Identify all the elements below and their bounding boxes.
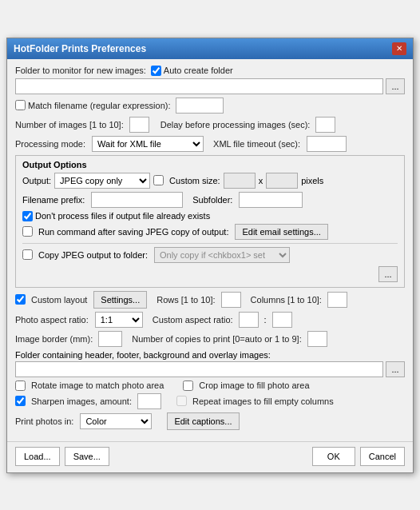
dialog-title: HotFolder Prints Preferences [14,43,146,54]
save-button[interactable]: Save... [65,447,109,466]
overlay-browse-button[interactable]: ... [386,361,405,377]
columns-label: Columns [1 to 10]: [251,295,322,305]
ok-button[interactable]: OK [312,447,355,466]
overlay-folder-row: C:\Users\Chris\Documents\PhotoboothImage… [15,361,405,377]
subfolder-label: Subfolder: [192,195,232,205]
columns-input[interactable]: 1 [327,292,347,308]
settings-button[interactable]: Settings... [93,291,147,309]
match-filename-input[interactable]: .* [176,98,224,114]
num-copies-label: Number of copies to print [0=auto or 1 t… [132,334,301,344]
overlay-folder-label: Folder containing header, footer, backgr… [15,350,271,360]
custom-size-w-input[interactable]: 900 [224,173,256,189]
rows-input[interactable]: 2 [221,292,241,308]
custom-size-checkbox[interactable] [153,175,164,185]
aspect-colon: : [264,315,267,325]
subfolder-input[interactable]: prints [239,192,303,208]
edit-captions-button[interactable]: Edit captions... [167,412,239,430]
cancel-button[interactable]: Cancel [360,447,405,466]
rotate-label: Rotate image to match photo area [31,381,164,390]
x-separator: x [259,176,263,185]
output-options-group: Output Options Output: JPEG copy only Pr… [15,155,405,288]
sharpen-input[interactable]: 75 [137,393,161,409]
filename-prefix-input[interactable]: %d_%t_{user_id} [91,192,183,208]
match-filename-checkbox[interactable] [15,100,26,110]
overlay-folder-input[interactable]: C:\Users\Chris\Documents\PhotoboothImage… [15,361,383,377]
dialog: HotFolder Prints Preferences ✕ Folder to… [6,38,414,473]
dont-process-checkbox[interactable] [22,211,33,221]
sharpen-label: Sharpen images, amount: [31,396,132,406]
print-photos-label: Print photos in: [15,416,73,426]
bottom-buttons: Load... Save... OK Cancel [7,441,413,472]
photo-aspect-label: Photo aspect ratio: [15,315,89,325]
main-content: Folder to monitor for new images: Auto c… [7,59,413,441]
num-copies-input[interactable]: 1 [307,331,327,347]
processing-mode-label: Processing mode: [15,139,85,149]
output-select-row: Output: JPEG copy only Print Both Custom… [22,173,398,189]
run-command-label: Run command after saving JPEG copy of ou… [38,227,228,237]
folder-path-row: C:\Instagram\pbxlv ... [15,78,405,94]
copy-jpeg-browse-button[interactable]: ... [378,266,398,282]
xml-timeout-input[interactable]: 10000 [307,136,347,152]
print-photos-row: Print photos in: Color Grayscale Edit ca… [15,412,405,430]
output-select[interactable]: JPEG copy only Print Both [54,173,150,189]
dont-process-row: Don't process files if output file alrea… [22,211,398,221]
edit-email-button[interactable]: Edit email settings... [235,224,327,240]
folder-browse-button[interactable]: ... [386,78,405,94]
sharpen-repeat-row: Sharpen images, amount: 75 Repeat images… [15,393,405,409]
custom-aspect-h-input[interactable]: 4 [272,312,292,328]
match-filename-row: Match filename (regular expression): .* [15,98,405,114]
titlebar: HotFolder Prints Preferences ✕ [7,38,413,59]
folder-monitor-label: Folder to monitor for new images: [15,66,146,75]
folder-monitor-row: Folder to monitor for new images: Auto c… [15,66,405,76]
num-images-label: Number of images [1 to 10]: [15,120,124,129]
overlay-folder-label-row: Folder containing header, footer, backgr… [15,350,405,360]
bottom-right-buttons: OK Cancel [312,447,405,466]
separator1 [22,243,398,244]
delay-input[interactable]: 2 [315,117,335,133]
sharpen-checkbox[interactable] [15,396,26,406]
repeat-label: Repeat images to fill empty columns [192,396,334,406]
bottom-left-buttons: Load... Save... [15,447,109,466]
auto-create-label: Auto create folder [164,66,233,75]
copy-jpeg-checkbox[interactable] [22,249,33,260]
run-command-checkbox[interactable] [22,226,33,237]
custom-aspect-label: Custom aspect ratio: [153,315,233,325]
output-label: Output: [22,176,51,185]
num-delay-row: Number of images [1 to 10]: 2 Delay befo… [15,117,405,133]
crop-checkbox[interactable] [183,381,193,391]
num-images-input[interactable]: 2 [129,117,149,133]
image-border-input[interactable]: 1 [98,331,122,347]
rotate-checkbox[interactable] [15,381,26,391]
match-filename-label: Match filename (regular expression): [28,101,171,110]
custom-layout-row: Custom layout Settings... Rows [1 to 10]… [15,291,405,309]
delay-label: Delay before processing images (sec): [160,120,311,129]
processing-mode-row: Processing mode: Wait for XML file Immed… [15,136,405,152]
custom-size-h-input[interactable]: 900 [266,173,298,189]
custom-layout-checkbox[interactable] [15,294,26,305]
copy-jpeg-select[interactable]: Only copy if <chkbox1> set [154,247,290,263]
repeat-checkbox[interactable] [176,396,187,406]
close-button[interactable]: ✕ [392,42,406,55]
run-command-row: Run command after saving JPEG copy of ou… [22,224,398,240]
custom-size-label: Custom size: [169,176,220,185]
crop-label: Crop image to fill photo area [199,381,309,390]
pixels-label: pixels [301,176,323,185]
aspect-ratio-row: Photo aspect ratio: 1:1 4:3 3:2 16:9 Cus… [15,312,405,328]
processing-mode-select[interactable]: Wait for XML file Immediate Watch folder [92,136,204,152]
filename-prefix-label: Filename prefix: [22,195,85,205]
filename-subfolder-row: Filename prefix: %d_%t_{user_id} Subfold… [22,192,398,208]
copy-jpeg-row: Copy JPEG output to folder: Only copy if… [22,247,398,263]
custom-aspect-w-input[interactable]: 5 [239,312,259,328]
folder-path-input[interactable]: C:\Instagram\pbxlv [15,78,383,94]
dont-process-label: Don't process files if output file alrea… [35,211,210,221]
photo-aspect-select[interactable]: 1:1 4:3 3:2 16:9 [95,312,143,328]
copy-jpeg-label: Copy JPEG output to folder: [38,250,148,260]
output-options-title: Output Options [22,160,398,169]
rotate-crop-row: Rotate image to match photo area Crop im… [15,381,405,391]
xml-timeout-label: XML file timeout (sec): [213,139,300,149]
print-photos-select[interactable]: Color Grayscale [80,413,152,429]
border-copies-row: Image border (mm): 1 Number of copies to… [15,331,405,347]
auto-create-checkbox[interactable] [151,66,161,76]
load-button[interactable]: Load... [15,447,60,466]
custom-layout-label: Custom layout [31,295,87,305]
